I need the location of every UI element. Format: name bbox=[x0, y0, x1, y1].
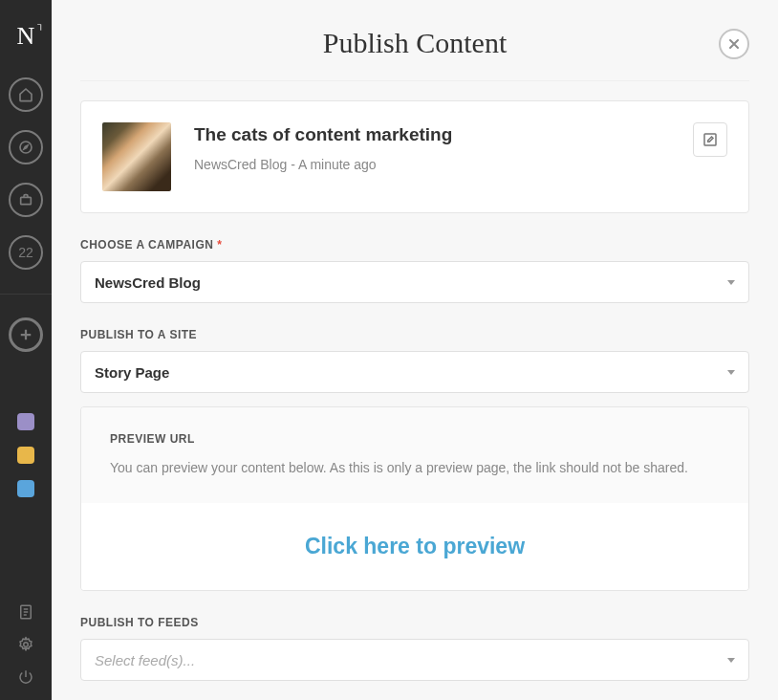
compass-icon[interactable] bbox=[9, 130, 43, 164]
preview-link[interactable]: Click here to preview bbox=[305, 534, 525, 558]
chevron-down-icon bbox=[727, 280, 735, 285]
campaign-label-text: CHOOSE A CAMPAIGN bbox=[80, 238, 213, 252]
home-icon[interactable] bbox=[9, 77, 43, 112]
site-section: PUBLISH TO A SITE Story Page PREVIEW URL… bbox=[80, 328, 749, 591]
document-icon[interactable] bbox=[16, 602, 35, 622]
svg-point-4 bbox=[24, 643, 29, 647]
content-title: The cats of content marketing bbox=[194, 124, 670, 145]
sidebar-nav: 22 bbox=[0, 77, 52, 497]
sidebar-separator bbox=[0, 294, 52, 295]
required-mark: * bbox=[217, 238, 222, 252]
page-header: Publish Content bbox=[80, 0, 749, 81]
feeds-placeholder: Select feed(s)... bbox=[95, 652, 195, 668]
preview-info: PREVIEW URL You can preview your content… bbox=[81, 407, 748, 503]
logo-corner-icon: ┐ bbox=[37, 19, 44, 30]
chevron-down-icon bbox=[727, 658, 735, 663]
campaign-value: NewsCred Blog bbox=[95, 274, 201, 291]
briefcase-icon[interactable] bbox=[9, 183, 43, 217]
campaign-select[interactable]: NewsCred Blog bbox=[80, 261, 749, 303]
preview-link-area: Click here to preview bbox=[81, 503, 748, 590]
svg-rect-2 bbox=[21, 197, 32, 204]
chevron-down-icon bbox=[727, 370, 735, 375]
svg-marker-1 bbox=[24, 145, 28, 149]
content-card: The cats of content marketing NewsCred B… bbox=[80, 100, 749, 213]
content-thumbnail bbox=[102, 122, 171, 191]
close-button[interactable] bbox=[719, 29, 749, 59]
feeds-section: PUBLISH TO FEEDS Select feed(s)... bbox=[80, 616, 749, 681]
site-select[interactable]: Story Page bbox=[80, 351, 749, 393]
notification-count-value: 22 bbox=[18, 245, 33, 260]
swatch-yellow[interactable] bbox=[17, 447, 34, 464]
feeds-label: PUBLISH TO FEEDS bbox=[80, 616, 749, 629]
gear-icon[interactable] bbox=[16, 635, 35, 654]
swatch-blue[interactable] bbox=[17, 480, 34, 497]
sidebar-bottom bbox=[16, 602, 35, 687]
page-title: Publish Content bbox=[323, 27, 508, 59]
logo-letter: N bbox=[17, 22, 35, 50]
notification-count[interactable]: 22 bbox=[9, 235, 43, 270]
content-meta: NewsCred Blog - A minute ago bbox=[194, 157, 670, 172]
svg-rect-5 bbox=[704, 134, 716, 145]
edit-button[interactable] bbox=[693, 122, 727, 157]
main-content: Publish Content The cats of content mark… bbox=[52, 0, 778, 700]
sidebar: N ┐ 22 bbox=[0, 0, 52, 700]
preview-box: PREVIEW URL You can preview your content… bbox=[80, 406, 749, 591]
preview-url-label: PREVIEW URL bbox=[110, 432, 720, 446]
logo[interactable]: N ┐ bbox=[17, 22, 35, 51]
campaign-section: CHOOSE A CAMPAIGN * NewsCred Blog bbox=[80, 238, 749, 303]
site-label: PUBLISH TO A SITE bbox=[80, 328, 749, 341]
color-swatches bbox=[17, 413, 34, 497]
campaign-label: CHOOSE A CAMPAIGN * bbox=[80, 238, 749, 252]
power-icon[interactable] bbox=[16, 667, 35, 687]
preview-description: You can preview your content below. As t… bbox=[110, 457, 720, 478]
site-value: Story Page bbox=[95, 364, 169, 381]
add-button[interactable] bbox=[9, 317, 43, 352]
content-info: The cats of content marketing NewsCred B… bbox=[194, 122, 670, 172]
swatch-purple[interactable] bbox=[17, 413, 34, 430]
feeds-select[interactable]: Select feed(s)... bbox=[80, 639, 749, 681]
